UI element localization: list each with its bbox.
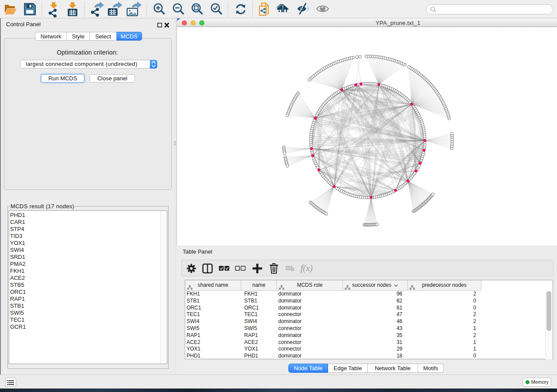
svg-text:f(x): f(x) xyxy=(301,263,313,273)
